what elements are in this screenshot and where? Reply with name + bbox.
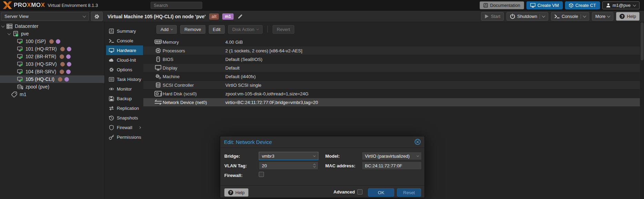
more-button[interactable]: More [592, 12, 614, 21]
gear-icon [109, 67, 114, 72]
replication-arrows-icon [109, 106, 114, 111]
tree-item-vm-100[interactable]: 100 (ISP) [0, 38, 104, 45]
divider [540, 14, 540, 19]
vm-running-icon [17, 69, 23, 75]
tree-item-vm-102[interactable]: 102 (BR-RTR) [0, 53, 104, 60]
tree-item-pool-m1[interactable]: m1 [0, 91, 104, 98]
display-icon [154, 65, 163, 71]
hardware-row-bios[interactable]: BIOSDefault (SeaBIOS) [143, 55, 640, 64]
view-selector[interactable]: Server View [1, 12, 89, 21]
tag-dot-alt [60, 54, 64, 59]
tag-icon [11, 92, 17, 97]
key-icon [109, 135, 114, 140]
start-button[interactable]: Start [481, 12, 504, 21]
create-vm-button[interactable]: Create VM [527, 1, 563, 9]
user-menu-button[interactable]: m1@pve [602, 1, 640, 9]
settings-gear-button[interactable] [91, 12, 103, 21]
console-button[interactable]: Console [551, 12, 589, 21]
reset-button[interactable]: Reset [397, 188, 421, 197]
hardware-row-memory[interactable]: Memory4.00 GiB [143, 38, 640, 46]
proxmox-logo-icon [3, 1, 12, 9]
breadcrumb: Virtual Machine 105 (HQ-CLI) on node 'pv… [108, 14, 206, 19]
spinner-arrows-icon[interactable] [314, 164, 315, 168]
menu-item-snapshots[interactable]: Snapshots [106, 113, 143, 123]
tree-item-pve[interactable]: pve [0, 30, 104, 38]
menu-item-cloud-init[interactable]: Cloud-Init [106, 55, 143, 65]
vm-menu: Summary Console Hardware Cloud-Init Opti… [106, 26, 143, 142]
menu-item-options[interactable]: Options [106, 65, 143, 74]
scrollbar-thumb[interactable] [641, 22, 644, 60]
monitor-icon [109, 48, 114, 53]
question-icon: ? [228, 190, 233, 195]
tree-item-vm-105[interactable]: 105 (HQ-CLI) [0, 75, 104, 83]
dialog-help-button[interactable]: ?Help [224, 188, 248, 197]
menu-item-console[interactable]: Console [106, 36, 143, 45]
hardware-row-processors[interactable]: Processors2 (1 sockets, 2 cores) [x86-64… [143, 46, 640, 55]
history-clock-icon [109, 115, 114, 121]
bridge-combo[interactable]: vmbr3 [259, 152, 318, 160]
tree-item-datacenter[interactable]: Datacenter [0, 22, 104, 30]
gears-icon [154, 74, 163, 79]
chevron-down-icon [542, 14, 545, 18]
chevron-down-icon [583, 14, 586, 18]
search-input[interactable] [151, 2, 202, 9]
hardware-row-hard-disk[interactable]: Hard Disk (scsi0)zpool:vm-105-disk-0,iot… [143, 90, 640, 98]
menu-item-summary[interactable]: Summary [106, 26, 143, 36]
caret-expanded-icon[interactable] [8, 32, 11, 35]
advanced-label: Advanced [334, 189, 355, 195]
advanced-checkbox[interactable] [357, 189, 362, 195]
tag-m1: m1 [222, 13, 233, 20]
tag-dot-m1 [66, 54, 71, 59]
hardware-row-scsi-controller[interactable]: SCSI ControllerVirtIO SCSI single [143, 81, 640, 90]
caret-expanded-icon[interactable] [1, 24, 5, 28]
firewall-label: Firewall: [224, 173, 243, 178]
breadcrumb-area: Virtual Machine 105 (HQ-CLI) on node 'pv… [108, 11, 243, 22]
close-icon[interactable] [415, 139, 421, 145]
dialog-header[interactable]: Edit: Network Device [220, 136, 425, 148]
version-subtitle: Virtual Environment 8.1.3 [48, 3, 98, 8]
hardware-row-display[interactable]: DisplayDefault [143, 64, 640, 72]
menu-item-permissions[interactable]: Permissions [106, 132, 143, 142]
dialog-footer: ?Help Advanced OK Reset [220, 185, 425, 198]
add-button[interactable]: Add [156, 25, 177, 34]
disk-action-button[interactable]: Disk Action [228, 25, 263, 34]
tag-alt: alt [209, 13, 219, 20]
menu-item-firewall[interactable]: Firewall [106, 123, 143, 132]
menu-item-monitor[interactable]: Monitor [106, 84, 143, 94]
mac-address-field[interactable]: BC:24:11:72:77:0F [362, 161, 422, 170]
tree-item-vm-101[interactable]: 101 (HQ-RTR) [0, 45, 104, 53]
divider [581, 14, 581, 19]
tree-item-storage-zpool[interactable]: zpool (pve) [0, 83, 104, 91]
menu-item-backup[interactable]: Backup [106, 94, 143, 103]
dialog-title: Edit: Network Device [224, 139, 272, 145]
eye-icon [109, 86, 114, 92]
shutdown-button[interactable]: Shutdown [507, 12, 548, 21]
vm-actions: Start Shutdown Console More ?Help [481, 12, 640, 21]
tree-item-vm-104[interactable]: 104 (BR-SRV) [0, 68, 104, 75]
menu-item-task-history[interactable]: Task History [106, 74, 143, 84]
model-label: Model: [325, 154, 340, 159]
model-combo[interactable]: VirtIO (paravirtualized) [362, 152, 422, 160]
revert-button[interactable]: Revert [273, 25, 294, 34]
submenu-arrow-icon [139, 126, 141, 128]
tag-dot-alt [60, 62, 65, 66]
menu-item-replication[interactable]: Replication [106, 103, 143, 113]
remove-button[interactable]: Remove [180, 25, 205, 34]
storage-icon [17, 84, 23, 90]
help-button[interactable]: ?Help [616, 12, 640, 21]
edit-tags-pencil-icon[interactable] [238, 14, 243, 19]
vm-running-icon [17, 46, 23, 52]
create-ct-button[interactable]: Create CT [565, 1, 600, 9]
ok-button[interactable]: OK [368, 188, 394, 197]
tree-item-vm-103[interactable]: 103 (HQ-SRV) [0, 60, 104, 68]
vertical-scrollbar[interactable] [640, 22, 644, 199]
menu-item-hardware[interactable]: Hardware [106, 45, 143, 55]
edit-button[interactable]: Edit [209, 25, 225, 34]
documentation-button[interactable]: Documentation [480, 1, 524, 9]
hardware-row-machine[interactable]: MachineDefault (i440fx) [143, 72, 640, 81]
cloud-icon [109, 57, 114, 63]
vlan-tag-spinner[interactable]: 20 [259, 161, 318, 170]
firewall-checkbox[interactable] [259, 172, 264, 177]
hard-disk-icon [154, 91, 163, 96]
hardware-row-network-device[interactable]: Network Device (net0)virtio=BC:24:11:72:… [143, 98, 640, 107]
